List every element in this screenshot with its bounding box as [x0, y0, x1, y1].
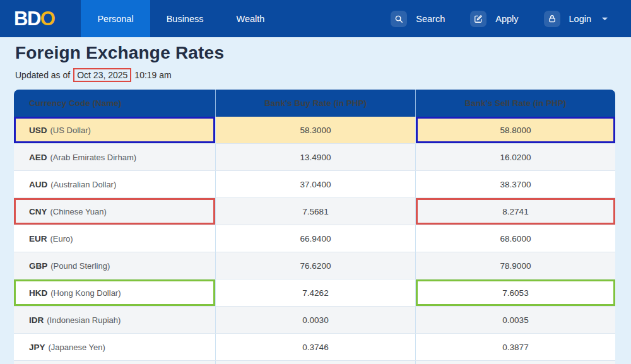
buy-rate-cell: 76.6200: [215, 252, 415, 279]
header-sell-rate: Bank's Sell Rate (in PHP): [415, 90, 615, 117]
currency-name: (Hong Kong Dollar): [50, 288, 121, 298]
currency-code: JPY: [29, 343, 45, 352]
sell-rate-cell: 78.9000: [415, 252, 615, 279]
login-label: Login: [569, 14, 591, 24]
tab-wealth[interactable]: Wealth: [220, 0, 281, 37]
currency-name: (Arab Emirates Dirham): [50, 153, 137, 162]
buy-rate-cell: 0.3746: [215, 334, 415, 360]
buy-rate-value: 7.5681: [302, 207, 328, 216]
logo-bd-text: BD: [14, 0, 40, 37]
currency-cell: HKD(Hong Kong Dollar): [14, 279, 215, 306]
table-body: USD(US Dollar)58.300058.8000AED(Arab Emi…: [14, 117, 615, 361]
buy-rate-value: 7.4262: [302, 288, 328, 298]
currency-cell: JPY(Japanese Yen): [14, 334, 215, 360]
sell-rate-value: 0.3877: [502, 343, 528, 352]
currency-cell: AED(Arab Emirates Dirham): [14, 144, 215, 170]
sell-rate-value: 0.0035: [502, 315, 528, 325]
sell-rate-value: 58.8000: [500, 126, 531, 135]
currency-code: AUD: [29, 180, 47, 189]
sell-rate-value: 38.3700: [500, 180, 531, 189]
currency-cell: GBP(Pound Sterling): [14, 252, 215, 279]
search-button[interactable]: Search: [391, 11, 445, 27]
currency-cell: EUR(Euro): [14, 225, 215, 252]
table-row-jpy: JPY(Japanese Yen)0.37460.3877: [14, 334, 615, 361]
login-button[interactable]: Login: [544, 11, 608, 27]
currency-name: (Indonesian Rupiah): [47, 315, 121, 325]
currency-name: (Japanese Yen): [49, 343, 105, 352]
buy-rate-cell: 66.9400: [215, 225, 415, 252]
buy-rate-cell: 7.5681: [215, 198, 415, 225]
nav-actions: Search Apply Login: [391, 0, 631, 37]
nav-tabs: Personal Business Wealth: [81, 0, 281, 37]
currency-code: EUR: [29, 234, 47, 244]
updated-prefix: Updated as of: [15, 70, 70, 80]
buy-rate-cell: 7.4262: [215, 279, 415, 306]
logo-o-text: O: [40, 0, 55, 37]
header-currency: Currency Code (Name): [14, 90, 215, 117]
table-header-row: Currency Code (Name) Bank's Buy Rate (in…: [14, 90, 615, 117]
updated-date-annotated: Oct 23, 2025: [73, 68, 131, 82]
buy-rate-cell: 13.4900: [215, 144, 415, 170]
table-row-usd: USD(US Dollar)58.300058.8000: [14, 117, 615, 144]
lock-icon: [544, 11, 560, 27]
forex-rates-table: Currency Code (Name) Bank's Buy Rate (in…: [14, 90, 615, 364]
currency-code: IDR: [29, 315, 44, 325]
currency-name: (Pound Sterling): [50, 261, 110, 271]
buy-rate-value: 58.3000: [300, 126, 331, 135]
top-navbar: BDO Personal Business Wealth Search Appl…: [0, 0, 631, 37]
currency-name: (US Dollar): [50, 126, 91, 135]
edit-icon: [470, 11, 487, 27]
updated-time: 10:19 am: [134, 70, 171, 80]
sell-rate-cell: 38.3700: [415, 171, 615, 197]
buy-rate-value: 13.4900: [300, 153, 331, 162]
sell-rate-cell: 16.0200: [415, 144, 615, 170]
buy-rate-cell: 58.3000: [215, 117, 415, 143]
sell-rate-cell: 68.6000: [415, 225, 615, 252]
table-row-hkd: HKD(Hong Kong Dollar)7.42627.6053: [14, 279, 615, 307]
buy-rate-value: 66.9400: [300, 234, 331, 244]
table-row-idr: IDR(Indonesian Rupiah)0.00300.0035: [14, 307, 615, 334]
currency-name: (Euro): [50, 234, 73, 244]
table-row-aed: AED(Arab Emirates Dirham)13.490016.0200: [14, 144, 615, 171]
sell-rate-cell: 0.3877: [415, 334, 615, 360]
currency-cell: CNY(Chinese Yuan): [14, 198, 215, 225]
header-buy-rate: Bank's Buy Rate (in PHP): [215, 90, 415, 117]
currency-cell: IDR(Indonesian Rupiah): [14, 307, 215, 333]
currency-code: HKD: [29, 288, 47, 298]
buy-rate-value: 0.0030: [302, 315, 328, 325]
tab-business[interactable]: Business: [150, 0, 220, 37]
currency-code: CNY: [29, 207, 47, 216]
search-icon: [391, 11, 407, 27]
currency-cell: AUD(Australian Dollar): [14, 171, 215, 197]
currency-name: (Australian Dollar): [50, 180, 116, 189]
buy-rate-value: 76.6200: [300, 261, 331, 271]
currency-code: AED: [29, 153, 47, 162]
apply-label: Apply: [495, 14, 518, 24]
buy-rate-cell: 0.0030: [215, 307, 415, 333]
sell-rate-cell: 7.6053: [415, 279, 615, 306]
currency-cell: USD(US Dollar): [14, 117, 215, 143]
partial-next-row: [14, 361, 615, 364]
currency-name: (Chinese Yuan): [50, 207, 107, 216]
sell-rate-cell: 58.8000: [415, 117, 615, 143]
apply-button[interactable]: Apply: [470, 11, 518, 27]
tab-personal[interactable]: Personal: [81, 0, 150, 37]
buy-rate-value: 0.3746: [302, 343, 328, 352]
sell-rate-value: 8.2741: [502, 207, 528, 216]
buy-rate-value: 37.0400: [300, 180, 331, 189]
sell-rate-value: 7.6053: [502, 288, 528, 298]
table-row-aud: AUD(Australian Dollar)37.040038.3700: [14, 171, 615, 198]
table-row-eur: EUR(Euro)66.940068.6000: [14, 225, 615, 252]
updated-timestamp: Updated as of Oct 23, 2025 10:19 am: [15, 68, 631, 82]
page-title: Foreign Exchange Rates: [15, 43, 631, 63]
currency-code: USD: [29, 126, 47, 135]
table-row-cny: CNY(Chinese Yuan)7.56818.2741: [14, 198, 615, 225]
chevron-down-icon: [601, 16, 608, 21]
table-row-gbp: GBP(Pound Sterling)76.620078.9000: [14, 252, 615, 279]
sell-rate-value: 16.0200: [500, 153, 531, 162]
bdo-logo[interactable]: BDO: [0, 0, 54, 37]
sell-rate-cell: 0.0035: [415, 307, 615, 333]
buy-rate-cell: 37.0400: [215, 171, 415, 197]
sell-rate-cell: 8.2741: [415, 198, 615, 225]
search-label: Search: [416, 14, 445, 24]
